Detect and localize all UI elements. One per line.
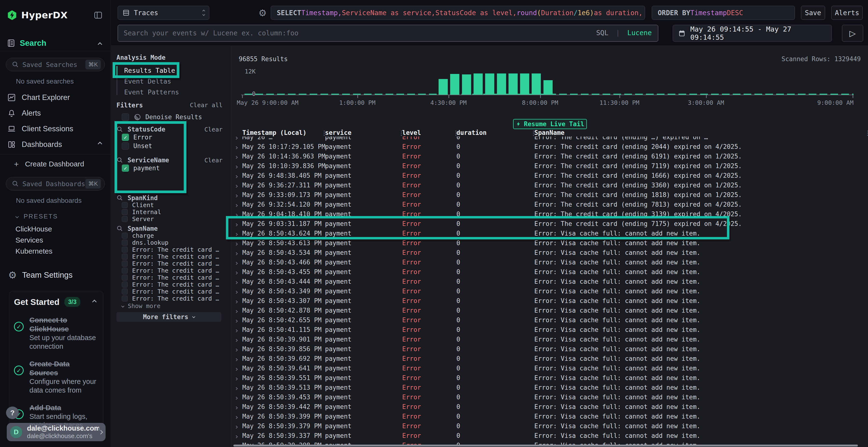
facet-option[interactable]: Error: The credit card … <box>117 281 231 288</box>
facet-option[interactable]: Error: The credit card … <box>117 295 231 302</box>
row-expand-chevron-icon[interactable] <box>235 153 242 160</box>
table-row[interactable]: May 26 8:50:43.624 PMpaymentError0Error:… <box>231 229 868 238</box>
events-histogram[interactable]: May 26 9:00:00 AM1:00:00 PM4:30:00 PM8:0… <box>241 70 854 95</box>
row-expand-chevron-icon[interactable] <box>235 259 242 266</box>
facet-option[interactable]: Error: The credit card … <box>117 274 231 281</box>
row-expand-chevron-icon[interactable] <box>235 278 242 285</box>
row-expand-chevron-icon[interactable] <box>235 326 242 333</box>
sidebar-item-team-settings[interactable]: ⚙ Team Settings <box>0 267 111 283</box>
table-row[interactable]: May 26 8:50:43.349 PMpaymentError0Error:… <box>231 286 868 296</box>
table-row[interactable]: May 26 8:50:43.466 PMpaymentError0Error:… <box>231 257 868 267</box>
row-expand-chevron-icon[interactable] <box>235 239 242 247</box>
sidebar-item-search[interactable]: Search <box>0 30 111 51</box>
saved-searches-input[interactable]: Saved Searches ⌘K <box>6 58 105 71</box>
checkbox[interactable] <box>122 275 128 281</box>
sidebar-item-alerts[interactable]: Alerts <box>0 105 111 121</box>
sidebar-collapse-icon[interactable] <box>93 10 103 20</box>
column-resize-handle[interactable]: ⋮ <box>321 129 328 137</box>
horizontal-scrollbar[interactable] <box>234 445 858 447</box>
analysis-mode-results-table[interactable]: Results Table <box>121 65 231 76</box>
presets-toggle[interactable]: PRESETS <box>16 213 111 220</box>
get-started-item[interactable]: ✓Create Data SourcesConfigure where your… <box>14 359 98 394</box>
get-started-item[interactable]: ✓Connect toClickHouseSet up your databas… <box>14 315 98 351</box>
analysis-mode-event-deltas[interactable]: Event Deltas <box>121 76 231 87</box>
facet-option[interactable]: Error: The credit card … <box>117 288 231 295</box>
histogram-bar[interactable] <box>497 73 506 95</box>
row-expand-chevron-icon[interactable] <box>235 210 242 218</box>
column-header-service[interactable]: service <box>325 129 402 136</box>
facet-option[interactable]: Error: The credit card … <box>117 246 231 253</box>
table-row[interactable]: May 26 10:14:36.963 PMpaymentError0Error… <box>231 151 868 161</box>
sidebar-item-chart-explorer[interactable]: Chart Explorer <box>0 90 111 105</box>
histogram-bar[interactable] <box>450 74 459 95</box>
table-row[interactable]: May 26 8:50:39.399 PMpaymentError0Error:… <box>231 412 868 421</box>
checkbox[interactable] <box>122 202 128 208</box>
checkbox[interactable] <box>122 296 128 302</box>
row-expand-chevron-icon[interactable] <box>235 182 242 189</box>
chevron-up-icon[interactable] <box>92 300 96 304</box>
user-account-card[interactable]: D dale@clickhouse.com dale@clickhouse.co… <box>7 423 105 441</box>
facet-option[interactable]: Unset <box>117 142 231 150</box>
resume-live-tail-button[interactable]: Resume Live Tail <box>513 119 587 129</box>
table-row[interactable]: May 26 …paymentError0Error: The credit c… <box>231 137 868 142</box>
histogram-bar[interactable] <box>473 73 483 95</box>
table-row[interactable]: May 26 9:04:18.410 PMpaymentError0Error:… <box>231 209 868 219</box>
table-row[interactable]: May 26 8:50:39.298 PMpaymentError0Error:… <box>231 441 868 445</box>
histogram-bar[interactable] <box>544 80 553 95</box>
row-expand-chevron-icon[interactable] <box>235 413 242 420</box>
analysis-mode-event-patterns[interactable]: Event Patterns <box>121 87 231 98</box>
table-row[interactable]: May 26 8:50:39.513 PMpaymentError0Error:… <box>231 383 868 392</box>
facet-option[interactable]: ✓Error <box>117 133 231 142</box>
column-resize-handle[interactable]: ⋮ <box>530 129 537 137</box>
row-expand-chevron-icon[interactable] <box>235 230 242 237</box>
table-row[interactable]: May 26 8:50:42.655 PMpaymentError0Error:… <box>231 315 868 325</box>
table-row[interactable]: May 26 8:50:43.613 PMpaymentError0Error:… <box>231 238 868 248</box>
table-row[interactable]: May 26 8:50:43.444 PMpaymentError0Error:… <box>231 277 868 286</box>
table-row[interactable]: May 26 8:50:39.692 PMpaymentError0Error:… <box>231 354 868 364</box>
row-expand-chevron-icon[interactable] <box>235 268 242 276</box>
column-resize-handle[interactable]: ⋮ <box>453 129 459 137</box>
table-row[interactable]: May 26 9:48:38.405 PMpaymentError0Error:… <box>231 171 868 180</box>
facet-option[interactable]: dns.lookup <box>117 239 231 246</box>
sql-select-editor[interactable]: SELECT Timestamp, ServiceName as service… <box>271 6 645 20</box>
column-resize-handle[interactable]: ⋮ <box>398 129 405 137</box>
row-expand-chevron-icon[interactable] <box>235 345 242 353</box>
column-header-timestamp[interactable]: Timestamp (Local) <box>242 129 325 136</box>
checkbox-checked[interactable]: ✓ <box>122 165 129 172</box>
row-expand-chevron-icon[interactable] <box>235 316 242 324</box>
table-row[interactable]: May 26 9:32:54.120 PMpaymentError0Error:… <box>231 200 868 209</box>
sidebar-preset-services[interactable]: Services <box>0 235 111 246</box>
facet-option[interactable]: Server <box>117 215 231 222</box>
checkbox[interactable] <box>122 247 128 253</box>
source-select[interactable]: Traces <box>118 6 209 20</box>
show-more-link[interactable]: Show more <box>117 303 231 309</box>
table-row[interactable]: May 26 8:50:39.641 PMpaymentError0Error:… <box>231 364 868 373</box>
row-expand-chevron-icon[interactable] <box>235 355 242 362</box>
row-expand-chevron-icon[interactable] <box>235 137 242 141</box>
row-expand-chevron-icon[interactable] <box>235 422 242 429</box>
order-by-editor[interactable]: ORDER BY Timestamp DESC <box>652 6 795 20</box>
checkbox[interactable] <box>122 142 129 149</box>
checkbox[interactable] <box>122 209 128 215</box>
table-row[interactable]: May 26 8:50:43.534 PMpaymentError0Error:… <box>231 248 868 257</box>
checkbox[interactable] <box>122 233 128 239</box>
date-range-picker[interactable]: May 26 09:14:55 - May 27 09:14:55 <box>673 25 832 42</box>
table-row[interactable]: May 26 8:50:39.856 PMpaymentError0Error:… <box>231 344 868 354</box>
table-row[interactable]: May 26 9:36:27.311 PMpaymentError0Error:… <box>231 180 868 190</box>
row-expand-chevron-icon[interactable] <box>235 403 242 410</box>
facet-option[interactable]: Error: The credit card … <box>117 260 231 267</box>
histogram-bar[interactable] <box>439 79 448 95</box>
table-row[interactable]: May 26 8:50:43.455 PMpaymentError0Error:… <box>231 267 868 277</box>
table-row[interactable]: May 26 8:50:39.453 PMpaymentError0Error:… <box>231 392 868 402</box>
histogram-bar[interactable] <box>462 74 471 95</box>
checkbox[interactable] <box>122 240 128 246</box>
alerts-button[interactable]: Alerts <box>831 6 863 20</box>
checkbox-checked[interactable]: ✓ <box>122 134 129 141</box>
table-row[interactable]: May 26 8:50:39.901 PMpaymentError0Error:… <box>231 335 868 344</box>
table-row[interactable]: May 26 8:50:39.337 PMpaymentError0Error:… <box>231 431 868 441</box>
row-expand-chevron-icon[interactable] <box>235 307 242 314</box>
table-row[interactable]: May 26 8:50:43.307 PMpaymentError0Error:… <box>231 296 868 306</box>
row-expand-chevron-icon[interactable] <box>235 336 242 343</box>
facet-option[interactable]: Error: The credit card … <box>117 253 231 260</box>
sidebar-item-client-sessions[interactable]: Client Sessions <box>0 121 111 137</box>
